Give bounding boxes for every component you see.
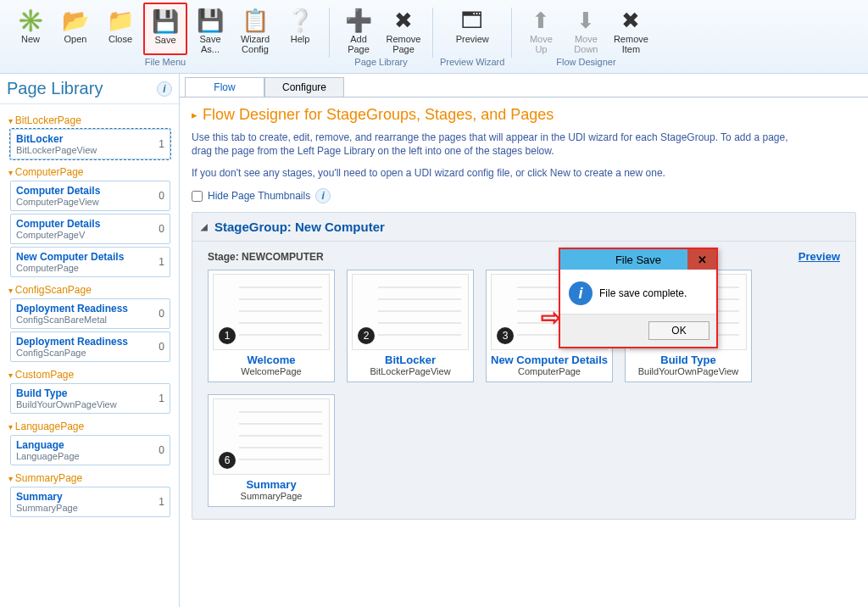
removeitem-button[interactable]: ✖Remove Item [609, 3, 653, 55]
ribbon-group-caption: Flow Designer [556, 57, 615, 67]
library-item-sub: ConfigScanBareMetal [16, 315, 164, 325]
preview-link[interactable]: Preview [798, 250, 840, 263]
arrow-icon: ⇨ [541, 304, 560, 331]
card-sub: BuildYourOwnPageView [638, 366, 739, 376]
library-category[interactable]: ConfigScanPage [8, 284, 179, 296]
flow-desc-2: If you don't see any stages, you'll need… [192, 166, 802, 180]
library-category[interactable]: ComputerPage [8, 166, 179, 178]
ribbon-button-label: New [21, 34, 40, 44]
card-thumbnail: 1 [213, 274, 330, 350]
card-sub: SummaryPage [241, 491, 303, 501]
info-icon[interactable]: i [315, 188, 331, 203]
close-button[interactable]: 📁Close [98, 3, 142, 55]
addpage-button[interactable]: ➕Add Page [337, 3, 381, 55]
ribbon-button-label: Open [64, 34, 87, 44]
library-category[interactable]: BitLockerPage [8, 114, 179, 126]
removeitem-icon: ✖ [617, 7, 644, 34]
hide-thumbs-label: Hide Page Thumbnails [208, 190, 310, 202]
library-item-sub: BitLockerPageView [16, 145, 164, 155]
library-category[interactable]: LanguagePage [8, 420, 179, 432]
ribbon-button-label: Add Page [348, 34, 370, 54]
card-title: Welcome [248, 354, 296, 366]
file-save-dialog: File Save ✕ i File save complete. OK [559, 248, 718, 348]
library-category[interactable]: CustomPage [8, 369, 179, 381]
card-title: Summary [246, 478, 296, 491]
preview-button[interactable]: 🗔Preview [450, 3, 494, 55]
removepage-button[interactable]: ✖Remove Page [381, 3, 426, 55]
card-number-badge: 2 [358, 327, 375, 344]
library-item-sub: ComputerPage [16, 263, 164, 273]
ribbon-group: ✳️New📂Open📁Close💾Save💾Save As...📋Wizard … [5, 3, 326, 73]
ribbon-button-label: Move Up [530, 34, 553, 54]
ribbon-button-label: Remove Page [387, 34, 421, 54]
ribbon-group-caption: Page Library [354, 57, 407, 67]
library-item[interactable]: Computer DetailsComputerPageV0 [10, 214, 170, 244]
page-library-panel: Page Library i BitLockerPageBitLockerBit… [0, 74, 180, 607]
tab-flow[interactable]: Flow [185, 77, 264, 97]
library-item[interactable]: Deployment ReadinessConfigScanBareMetal0 [10, 298, 170, 329]
library-item[interactable]: Computer DetailsComputerPageView0 [10, 181, 170, 211]
ribbon-button-label: Help [291, 34, 310, 44]
stage-card[interactable]: 6SummarySummaryPage [208, 394, 335, 507]
library-item-title: New Computer Details [16, 251, 164, 263]
ribbon-button-label: Wizard Config [241, 34, 270, 54]
save-button[interactable]: 💾Save [143, 3, 187, 55]
open-button[interactable]: 📂Open [53, 3, 97, 55]
info-icon[interactable]: i [157, 81, 172, 97]
library-item[interactable]: Deployment ReadinessConfigScanPage0 [10, 331, 170, 362]
stage-card[interactable]: 2BitLockerBitLockerPageView [347, 270, 474, 382]
library-item-count: 1 [159, 256, 164, 268]
card-sub: ComputerPage [518, 366, 581, 376]
library-item-sub: ComputerPageV [16, 230, 164, 240]
library-item[interactable]: LanguageLanguagePage0 [10, 435, 170, 465]
library-item-title: Summary [16, 491, 164, 503]
dialog-titlebar[interactable]: File Save ✕ [560, 249, 716, 270]
card-number-badge: 6 [219, 452, 236, 469]
moveup-icon: ⬆ [527, 7, 554, 34]
help-button[interactable]: ❔Help [278, 3, 322, 55]
library-item[interactable]: SummarySummaryPage1 [10, 487, 170, 517]
library-item-count: 1 [159, 138, 164, 150]
stage-card[interactable]: 1WelcomeWelcomePage [208, 270, 335, 382]
ribbon-button-label: Save [154, 35, 175, 45]
saveas-icon: 💾 [197, 7, 224, 34]
saveas-button[interactable]: 💾Save As... [188, 3, 232, 55]
library-item-title: Build Type [16, 387, 164, 399]
library-item-title: BitLocker [16, 133, 164, 145]
library-item-count: 0 [159, 308, 164, 320]
hide-thumbs-checkbox[interactable] [192, 191, 203, 202]
library-item[interactable]: New Computer DetailsComputerPage1 [10, 247, 170, 277]
card-thumbnail: 2 [352, 274, 469, 350]
library-item-count: 0 [159, 444, 164, 456]
library-item-count: 0 [159, 341, 164, 353]
ribbon-group: ➕Add Page✖Remove PagePage Library [333, 3, 429, 73]
library-item-sub: LanguagePage [16, 451, 164, 461]
close-icon[interactable]: ✕ [687, 249, 716, 270]
library-item-sub: ComputerPageView [16, 197, 164, 207]
ribbon-group: ⬆Move Up⬇Move Down✖Remove ItemFlow Desig… [515, 3, 656, 73]
card-title: New Computer Details [491, 354, 608, 366]
wconfig-button[interactable]: 📋Wizard Config [233, 3, 277, 55]
content-area: FlowConfigure Flow Designer for StageGro… [180, 74, 868, 607]
library-item[interactable]: Build TypeBuildYourOwnPageView1 [10, 383, 170, 414]
info-icon: i [569, 281, 593, 305]
help-icon: ❔ [287, 7, 314, 34]
stage-cards: 1WelcomeWelcomePage2BitLockerBitLockerPa… [208, 270, 840, 507]
stage-group: StageGroup: New Computer Stage: NEWCOMPU… [192, 212, 856, 520]
stage-group-header[interactable]: StageGroup: New Computer [192, 213, 855, 242]
card-title: BitLocker [385, 354, 436, 366]
library-item-title: Deployment Readiness [16, 336, 164, 348]
library-item[interactable]: BitLockerBitLockerPageView1 [10, 129, 170, 159]
ok-button[interactable]: OK [648, 321, 709, 340]
new-button[interactable]: ✳️New [8, 3, 53, 55]
tab-configure[interactable]: Configure [264, 77, 344, 97]
page-library-list[interactable]: BitLockerPageBitLockerBitLockerPageView1… [0, 104, 179, 607]
card-sub: WelcomePage [241, 366, 301, 376]
library-category[interactable]: SummaryPage [8, 472, 179, 484]
stage-label: Stage: NEWCOMPUTER [208, 251, 324, 263]
ribbon-button-label: Remove Item [614, 34, 648, 54]
wconfig-icon: 📋 [242, 7, 269, 34]
ribbon-button-label: Preview [456, 34, 489, 44]
dialog-title: File Save [615, 253, 661, 266]
library-item-title: Deployment Readiness [16, 303, 164, 315]
